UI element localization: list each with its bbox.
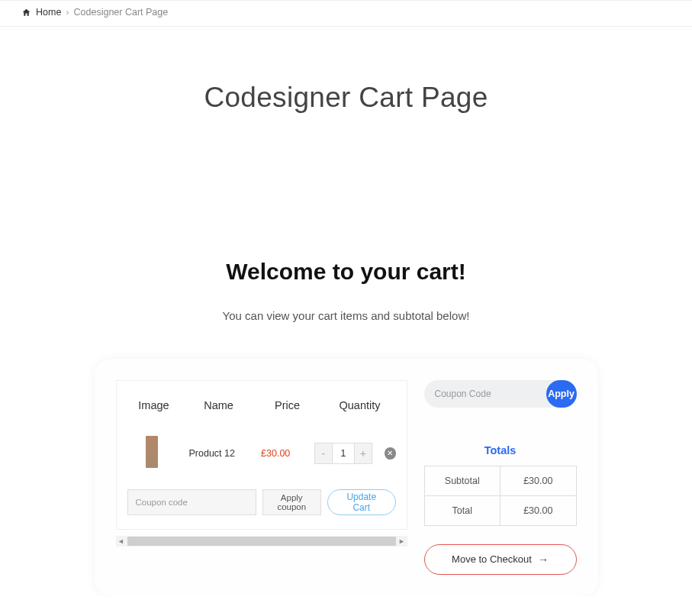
cart-heading: Welcome to your cart! <box>0 259 692 285</box>
col-header-name: Name <box>181 399 257 411</box>
cart-row: Product 12 £30.00 - + ✕ <box>127 436 396 471</box>
remove-item-button[interactable]: ✕ <box>385 447 396 460</box>
breadcrumb-bar: Home › Codesigner Cart Page <box>0 0 692 27</box>
inline-apply-coupon-button[interactable]: Apply coupon <box>262 489 321 515</box>
cart-box: Image Name Price Quantity Product 12 £30… <box>116 380 407 530</box>
totals-row-subtotal: Subtotal £30.00 <box>424 466 576 495</box>
breadcrumb-current: Codesigner Cart Page <box>74 7 169 18</box>
total-value: £30.00 <box>500 495 577 525</box>
scroll-left-icon[interactable]: ◄ <box>116 536 127 547</box>
breadcrumb-separator: › <box>66 7 69 18</box>
col-header-price: Price <box>257 399 318 411</box>
breadcrumb-home[interactable]: Home <box>36 7 61 18</box>
cart-card: Image Name Price Quantity Product 12 £30… <box>95 359 598 596</box>
col-header-image: Image <box>127 399 181 411</box>
qty-input[interactable] <box>332 443 355 463</box>
inline-coupon-input[interactable] <box>127 489 256 515</box>
qty-increase-button[interactable]: + <box>355 443 372 463</box>
scroll-right-icon[interactable]: ► <box>397 536 407 547</box>
horizontal-scrollbar[interactable]: ◄ ► <box>116 536 407 547</box>
cart-subheading: You can view your cart items and subtota… <box>0 309 692 322</box>
checkout-button[interactable]: Move to Checkout → <box>424 544 577 575</box>
breadcrumb: Home › Codesigner Cart Page <box>21 7 168 18</box>
col-header-quantity: Quantity <box>326 399 394 411</box>
subtotal-label: Subtotal <box>424 466 500 495</box>
home-icon <box>21 8 31 18</box>
totals-title: Totals <box>424 444 577 456</box>
cart-table-section: Image Name Price Quantity Product 12 £30… <box>116 380 407 575</box>
coupon-bar: Apply <box>424 380 577 408</box>
quantity-cell: - + <box>311 443 375 464</box>
arrow-right-icon: → <box>538 553 549 566</box>
totals-row-total: Total £30.00 <box>424 495 576 525</box>
apply-coupon-button[interactable]: Apply <box>546 380 577 408</box>
total-label: Total <box>424 495 500 525</box>
update-cart-button[interactable]: Update Cart <box>327 489 396 515</box>
scrollbar-track[interactable] <box>127 537 396 546</box>
qty-decrease-button[interactable]: - <box>315 443 332 463</box>
cart-actions: Apply coupon Update Cart <box>127 489 396 515</box>
coupon-input[interactable] <box>424 380 560 408</box>
cart-headers: Image Name Price Quantity <box>127 399 396 411</box>
close-icon: ✕ <box>387 449 393 457</box>
totals-box: Totals Subtotal £30.00 Total £30.00 <box>424 444 577 526</box>
product-price: £30.00 <box>247 448 304 459</box>
quantity-stepper: - + <box>314 443 372 464</box>
summary-section: Apply Totals Subtotal £30.00 Total £30.0… <box>424 380 577 575</box>
product-name[interactable]: Product 12 <box>176 448 247 459</box>
checkout-label: Move to Checkout <box>452 553 532 565</box>
subtotal-value: £30.00 <box>500 466 577 495</box>
totals-table: Subtotal £30.00 Total £30.00 <box>424 466 577 526</box>
product-image[interactable] <box>146 436 158 468</box>
product-image-cell <box>127 436 177 471</box>
page-title: Codesigner Cart Page <box>0 82 692 114</box>
